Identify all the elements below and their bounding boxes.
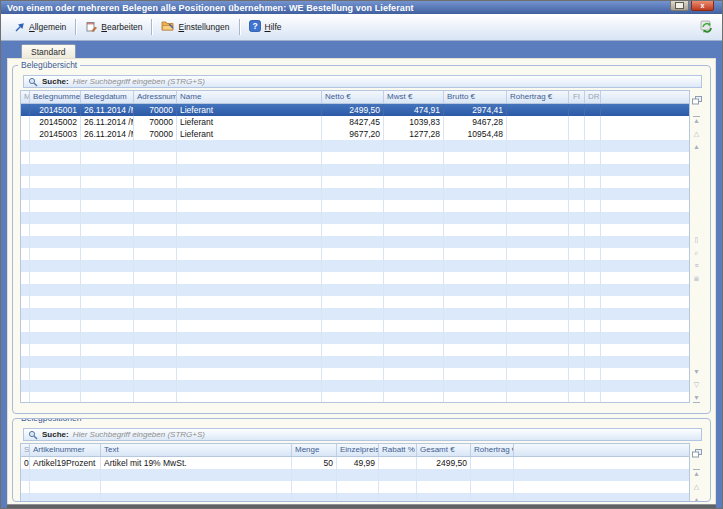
column-header-menge[interactable]: Menge (292, 444, 337, 456)
column-header-netto-[interactable]: Netto € (322, 91, 384, 103)
cell[interactable]: 0 (21, 457, 30, 469)
cell[interactable]: Artikel mit 19% MwSt. (101, 457, 292, 469)
cell[interactable]: 1039,83 (384, 116, 444, 128)
cell[interactable] (379, 457, 417, 469)
column-header-m[interactable]: M (21, 91, 30, 103)
cell[interactable]: 1277,28 (384, 128, 444, 140)
cell[interactable] (569, 128, 585, 140)
cell[interactable]: 26.11.2014 /Mi (81, 128, 134, 140)
column-header-s[interactable]: S (21, 444, 30, 456)
grid-row[interactable]: 2014500326.11.2014 /Mi70000Lieferant9677… (21, 128, 689, 140)
cell[interactable]: 2499,50 (417, 457, 471, 469)
cell[interactable] (585, 128, 601, 140)
column-header-rohertrag-[interactable]: Rohertrag € (507, 91, 569, 103)
cell[interactable]: 70000 (134, 104, 177, 116)
cell[interactable]: 70000 (134, 116, 177, 128)
column-header-rabatt-[interactable]: Rabatt % (379, 444, 417, 456)
cell[interactable] (585, 116, 601, 128)
column-header-artikelnummer[interactable]: Artikelnummer (30, 444, 101, 456)
panel-search-icon[interactable]: ⌕ (695, 249, 699, 257)
column-header-belegnumme[interactable]: Belegnumme (30, 91, 81, 103)
grid-row[interactable]: 2014500126.11.2014 /Mi70000Lieferant2499… (21, 104, 689, 116)
grid-row[interactable]: 2014500226.11.2014 /Mi70000Lieferant8427… (21, 116, 689, 128)
cell[interactable]: 50 (292, 457, 337, 469)
cell[interactable] (569, 116, 585, 128)
cell (21, 164, 30, 176)
column-header-brutto-[interactable]: Brutto € (444, 91, 507, 103)
cell[interactable] (21, 128, 30, 140)
panel-lines2-icon[interactable]: ≣ (694, 275, 700, 283)
close-button[interactable]: x (691, 0, 714, 11)
row-up-icon[interactable]: ▲ (693, 143, 700, 151)
column-header-gesamt-[interactable]: Gesamt € (417, 444, 471, 456)
cell[interactable]: 20145001 (30, 104, 81, 116)
scroll-to-top-icon[interactable]: ▲ (693, 469, 700, 478)
column-chooser-icon[interactable] (692, 444, 702, 462)
cell (177, 272, 322, 284)
cell[interactable] (21, 104, 30, 116)
scroll-to-bottom-icon[interactable]: ▼ (693, 394, 700, 403)
column-header-mwst-[interactable]: Mwst € (384, 91, 444, 103)
column-header-dr[interactable]: DR (585, 91, 601, 103)
page-up-icon[interactable]: △ (694, 483, 699, 491)
cell[interactable]: 20145002 (30, 116, 81, 128)
cell (134, 176, 177, 188)
menu-allgemein[interactable]: Allgemein (7, 18, 72, 36)
cell[interactable] (471, 457, 514, 469)
page-down-icon[interactable]: ▽ (694, 381, 699, 389)
column-header-name[interactable]: Name (177, 91, 322, 103)
refresh-positions-icon[interactable] (699, 20, 716, 34)
cell (569, 140, 585, 152)
panel-box-icon[interactable]: ▯ (695, 236, 699, 244)
cell[interactable]: 2974,41 (444, 104, 507, 116)
column-header-einzelpreis-[interactable]: Einzelpreis € (337, 444, 379, 456)
cell[interactable]: Artikel19Prozent (30, 457, 101, 469)
positionen-search-input[interactable]: Suche: Hier Suchbegriff eingeben (STRG+S… (23, 428, 702, 441)
restore-button[interactable] (670, 0, 689, 11)
column-header-belegdatum[interactable]: Belegdatum (81, 91, 134, 103)
column-header-fi[interactable]: FI (569, 91, 585, 103)
cell[interactable]: 9467,28 (444, 116, 507, 128)
cell[interactable]: Lieferant (177, 116, 322, 128)
cell (30, 332, 81, 344)
cell[interactable]: 49,99 (337, 457, 379, 469)
cell (81, 152, 134, 164)
cell[interactable]: 2499,50 (322, 104, 384, 116)
cell[interactable]: 474,91 (384, 104, 444, 116)
column-header-rohertrag-[interactable]: Rohertrag € (471, 444, 514, 456)
cell (30, 236, 81, 248)
cell[interactable] (507, 116, 569, 128)
grid-row[interactable]: 0Artikel19ProzentArtikel mit 19% MwSt.50… (21, 457, 689, 469)
belege-search-input[interactable]: Suche: Hier Suchbegriff eingeben (STRG+S… (23, 75, 702, 88)
cell[interactable] (21, 116, 30, 128)
scroll-to-top-icon[interactable]: ▲ (693, 116, 700, 125)
cell (30, 248, 81, 260)
panel-lines-icon[interactable]: ≡ (694, 262, 698, 270)
column-header-text[interactable]: Text (101, 444, 292, 456)
page-up-icon[interactable]: △ (694, 130, 699, 138)
cell[interactable]: 26.11.2014 /Mi (81, 104, 134, 116)
cell[interactable] (507, 104, 569, 116)
menu-einstellungen[interactable]: Einstellungen (155, 18, 235, 36)
cell[interactable]: 10954,48 (444, 128, 507, 140)
cell[interactable]: Lieferant (177, 128, 322, 140)
cell (444, 176, 507, 188)
row-down-icon[interactable]: ▼ (693, 368, 700, 376)
row-up-icon[interactable]: ▲ (693, 496, 700, 502)
cell[interactable]: 26.11.2014 /Mi (81, 116, 134, 128)
cell[interactable]: Lieferant (177, 104, 322, 116)
cell[interactable] (569, 104, 585, 116)
cell[interactable]: 20145003 (30, 128, 81, 140)
cell[interactable] (507, 128, 569, 140)
cell (585, 284, 601, 296)
cell[interactable]: 70000 (134, 128, 177, 140)
column-chooser-icon[interactable] (692, 91, 702, 109)
menu-bearbeiten[interactable]: Bearbeiten (79, 18, 148, 36)
cell[interactable] (585, 104, 601, 116)
cell[interactable]: 8427,45 (322, 116, 384, 128)
cell[interactable]: 9677,20 (322, 128, 384, 140)
menu-hilfe[interactable]: ? Hilfe (243, 18, 288, 36)
cell (569, 308, 585, 320)
column-header-adressnumm[interactable]: Adressnumm (134, 91, 177, 103)
tab-standard[interactable]: Standard (21, 44, 76, 58)
